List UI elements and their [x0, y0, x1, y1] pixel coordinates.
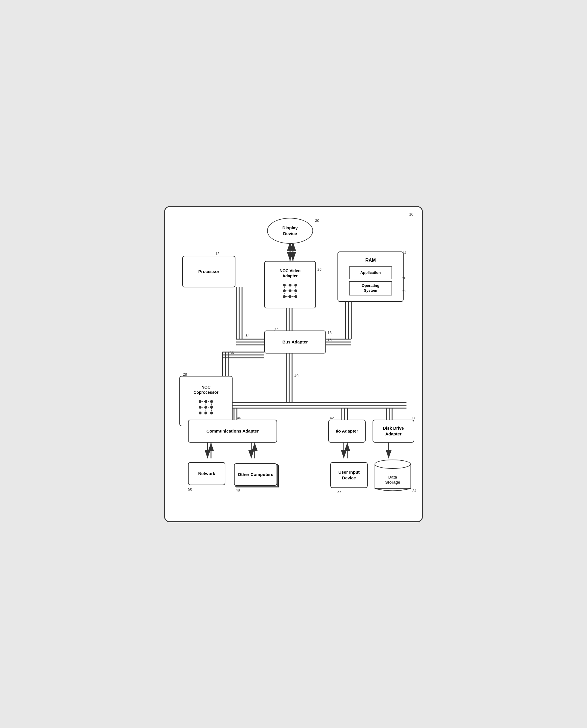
disk-drive-adapter-label: Disk DriveAdapter: [383, 426, 404, 437]
ref-50: 50: [188, 487, 192, 491]
disk-drive-adapter-box: Disk DriveAdapter: [373, 420, 414, 443]
ref-38: 38: [412, 416, 416, 420]
noc-coprocessor-box: NOCCoprocessor: [179, 376, 233, 426]
data-storage-wrapper: Data Storage: [372, 458, 414, 494]
application-box: Application: [349, 266, 392, 280]
ref-18: 18: [327, 331, 331, 335]
ref-36: 36: [230, 350, 234, 355]
ref-48: 48: [236, 488, 240, 492]
ref-28: 28: [183, 372, 187, 377]
ref-10: 10: [409, 212, 414, 216]
noc-coprocessor-label: NOCCoprocessor: [193, 385, 218, 395]
noc-video-adapter-box: NOC VideoAdapter: [264, 261, 316, 308]
application-label: Application: [360, 270, 381, 275]
ref-32: 32: [274, 327, 278, 332]
ref-44: 44: [337, 490, 342, 494]
ref-42: 42: [330, 416, 334, 420]
bus-adapter-label: Bus Adapter: [282, 339, 308, 345]
user-input-device-label: User InputDevice: [338, 469, 360, 481]
processor-box: Processor: [182, 256, 235, 287]
operating-system-label: OperatingSystem: [361, 283, 379, 293]
display-device-label: DisplayDevice: [282, 225, 298, 236]
io-adapter-box: I/o Adapter: [328, 420, 366, 443]
io-adapter-label: I/o Adapter: [336, 428, 358, 434]
ram-label: RAM: [366, 258, 376, 264]
ref-26: 26: [318, 267, 321, 272]
ref-46: 46: [237, 416, 241, 420]
comm-adapter-box: Communications Adapter: [188, 420, 277, 443]
ref-12: 12: [215, 251, 219, 256]
noc-coprocessor-grid: [196, 397, 216, 417]
diagram-container: 10: [164, 206, 423, 522]
other-computers-stack: Other Computers: [234, 463, 277, 486]
ref-20: 20: [402, 276, 406, 280]
ref-34: 34: [245, 333, 250, 338]
user-input-device-box: User InputDevice: [330, 462, 368, 488]
bus-adapter-box: Bus Adapter: [264, 331, 326, 354]
ref-30: 30: [315, 218, 319, 223]
comm-adapter-label: Communications Adapter: [206, 428, 259, 434]
ref-24: 24: [412, 489, 416, 493]
svg-text:Storage: Storage: [385, 480, 400, 485]
network-box: Network: [188, 462, 226, 485]
ref-14: 14: [402, 251, 406, 255]
other-computers-label: Other Computers: [238, 471, 273, 477]
data-storage-cylinder: Data Storage: [372, 458, 414, 493]
network-label: Network: [198, 471, 215, 477]
noc-video-adapter-label: NOC VideoAdapter: [280, 268, 301, 278]
operating-system-box: OperatingSystem: [349, 281, 392, 295]
display-device-box: DisplayDevice: [267, 218, 313, 244]
other-computers-box: Other Computers: [234, 463, 277, 486]
processor-label: Processor: [198, 269, 219, 274]
ref-40: 40: [295, 373, 298, 378]
svg-text:Data: Data: [389, 475, 397, 479]
ref-22: 22: [402, 289, 406, 293]
ref-16: 16: [327, 338, 331, 342]
noc-video-grid: [280, 281, 300, 301]
svg-point-79: [375, 460, 410, 468]
ram-box: RAM Application OperatingSystem: [337, 251, 404, 302]
